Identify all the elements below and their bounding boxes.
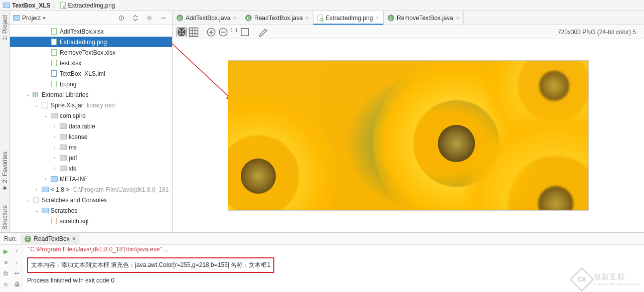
tree-row[interactable]: < 1.8 > C:\Program Files\Java\jdk1.8.0_1… bbox=[10, 184, 172, 195]
editor-tab-label: AddTextBox.java bbox=[186, 15, 230, 22]
breadcrumb-root[interactable]: TextBox_XLS bbox=[3, 2, 50, 9]
java-class-icon: C bbox=[25, 236, 31, 242]
fit-to-window-button[interactable] bbox=[177, 27, 187, 37]
image-viewer[interactable] bbox=[173, 39, 644, 232]
folder-icon bbox=[41, 186, 49, 193]
down-stack-button[interactable]: ↓ bbox=[13, 258, 22, 267]
grid-button[interactable] bbox=[189, 27, 199, 37]
java-class-icon: C bbox=[388, 15, 394, 21]
exit-button[interactable]: ⎋ bbox=[2, 280, 11, 289]
soft-wrap-button[interactable]: ↩ bbox=[13, 269, 22, 278]
locate-button[interactable] bbox=[116, 13, 127, 24]
run-gutter: ▶ ↑ ■ ↓ ⧉ ↩ ⎋ 🖶 bbox=[0, 245, 23, 291]
run-config-tab[interactable]: C ReadTextBox × bbox=[21, 234, 79, 244]
tree-arrow-icon[interactable] bbox=[43, 113, 48, 118]
console-highlighted-output: 文本内容：添加文本到文本框 填充色：java.awt.Color[r=255,g… bbox=[27, 257, 274, 273]
tree-row[interactable]: ms bbox=[10, 142, 172, 153]
hide-panel-button[interactable] bbox=[158, 13, 169, 24]
print-button[interactable]: 🖶 bbox=[13, 280, 22, 289]
rerun-button[interactable]: ▶ bbox=[2, 247, 11, 256]
svg-point-1 bbox=[121, 17, 122, 19]
tree-arrow-icon[interactable] bbox=[25, 197, 30, 203]
editor-tab[interactable]: ExtractedImg.png× bbox=[313, 11, 384, 25]
zoom-out-button[interactable] bbox=[218, 27, 228, 37]
pkg-icon bbox=[59, 154, 67, 162]
tree-item-label: RemoveTextBox.xlsx bbox=[60, 49, 115, 56]
stop-button[interactable]: ■ bbox=[2, 258, 11, 267]
tree-item-label: tp.png bbox=[60, 81, 76, 88]
tree-item-label: xls bbox=[69, 165, 76, 172]
tree-arrow-icon[interactable] bbox=[34, 187, 39, 192]
png-icon bbox=[50, 80, 58, 88]
tree-arrow-icon[interactable] bbox=[43, 176, 48, 182]
tree-row[interactable]: data.table bbox=[10, 121, 172, 131]
xls-icon bbox=[50, 59, 58, 67]
image-file-icon bbox=[60, 2, 66, 9]
color-picker-button[interactable] bbox=[257, 27, 267, 37]
tree-row[interactable]: xls bbox=[10, 163, 172, 174]
toolwindow-favorites-tab[interactable]: ★ 2: Favorites bbox=[2, 150, 9, 194]
up-stack-button[interactable]: ↑ bbox=[13, 247, 22, 256]
toolwindow-project-tab[interactable]: 1: Project bbox=[2, 13, 9, 43]
console-output[interactable]: "C:\Program Files\Java\jdk1.8.0_181\bin\… bbox=[23, 245, 644, 291]
gear-icon[interactable] bbox=[144, 13, 155, 24]
project-tree[interactable]: AddTextBox.xlsxExtractedImg.pngRemoveTex… bbox=[10, 25, 172, 232]
png-icon bbox=[50, 38, 58, 46]
actual-size-button[interactable] bbox=[240, 27, 250, 37]
tree-arrow-icon[interactable] bbox=[34, 102, 39, 108]
editor-tab[interactable]: CRemoveTextBox.java× bbox=[384, 11, 464, 25]
tree-arrow-icon[interactable] bbox=[52, 144, 57, 150]
tree-row[interactable]: External Libraries bbox=[10, 89, 172, 100]
expand-all-button[interactable] bbox=[130, 13, 141, 24]
image-content bbox=[228, 60, 589, 211]
xls-icon bbox=[50, 28, 58, 35]
tree-arrow-icon[interactable] bbox=[52, 155, 57, 161]
xls-icon bbox=[50, 49, 58, 56]
editor-area: CAddTextBox.java×CReadTextBox.java×Extra… bbox=[173, 11, 644, 232]
tree-arrow-icon[interactable] bbox=[52, 166, 57, 171]
tree-row[interactable]: Scratches and Consoles bbox=[10, 195, 172, 205]
tree-arrow-icon[interactable] bbox=[25, 92, 30, 97]
tree-arrow-icon[interactable] bbox=[52, 123, 57, 129]
tree-row[interactable]: RemoveTextBox.xlsx bbox=[10, 47, 172, 58]
thread-dump-button[interactable]: ⧉ bbox=[2, 269, 11, 278]
tree-item-label: Spire.Xls.jar bbox=[51, 102, 83, 109]
svg-point-2 bbox=[148, 17, 150, 19]
breadcrumb-file-label: ExtractedImg.png bbox=[68, 2, 115, 9]
close-icon[interactable]: × bbox=[375, 15, 379, 21]
run-label: Run: bbox=[4, 235, 17, 242]
tree-row[interactable]: META-INF bbox=[10, 174, 172, 184]
tree-row[interactable]: Scratches bbox=[10, 205, 172, 216]
chevron-down-icon[interactable]: ▾ bbox=[43, 15, 46, 22]
project-panel-title: Project bbox=[22, 15, 41, 22]
close-icon[interactable]: × bbox=[233, 15, 237, 21]
tree-row[interactable]: scratch.sql bbox=[10, 216, 172, 226]
image-info: 720x300 PNG (24-bit color) 5 bbox=[558, 29, 640, 36]
jar-icon bbox=[41, 101, 49, 109]
tree-row[interactable]: tp.png bbox=[10, 79, 172, 89]
tree-row[interactable]: ExtractedImg.png bbox=[10, 37, 172, 47]
zoom-ratio: 1:1 bbox=[230, 27, 238, 37]
breadcrumb-file[interactable]: ExtractedImg.png bbox=[60, 2, 115, 9]
project-panel: Project ▾ AddTextBox.xlsxExtractedImg.pn… bbox=[10, 11, 173, 232]
tree-arrow-icon[interactable] bbox=[34, 208, 39, 213]
iml-icon bbox=[50, 70, 58, 77]
tree-row[interactable]: TextBox_XLS.iml bbox=[10, 68, 172, 79]
java-class-icon: C bbox=[245, 15, 252, 21]
tree-row[interactable]: AddTextBox.xlsx bbox=[10, 26, 172, 37]
close-icon[interactable]: × bbox=[72, 235, 76, 242]
zoom-in-button[interactable] bbox=[206, 27, 216, 37]
tree-row[interactable]: pdf bbox=[10, 153, 172, 163]
tree-row[interactable]: test.xlsx bbox=[10, 58, 172, 68]
close-icon[interactable]: × bbox=[456, 15, 460, 21]
close-icon[interactable]: × bbox=[305, 15, 309, 21]
toolwindow-structure-tab[interactable]: Structure bbox=[2, 203, 9, 232]
tree-row[interactable]: Spire.Xls.jar library root bbox=[10, 100, 172, 110]
editor-tab[interactable]: CAddTextBox.java× bbox=[173, 11, 241, 25]
tree-arrow-icon[interactable] bbox=[52, 134, 57, 139]
editor-tab-label: ExtractedImg.png bbox=[326, 15, 373, 22]
tree-row[interactable]: license bbox=[10, 131, 172, 142]
editor-tab[interactable]: CReadTextBox.java× bbox=[241, 11, 313, 25]
editor-tabs: CAddTextBox.java×CReadTextBox.java×Extra… bbox=[173, 11, 644, 25]
tree-row[interactable]: com.spire bbox=[10, 110, 172, 121]
